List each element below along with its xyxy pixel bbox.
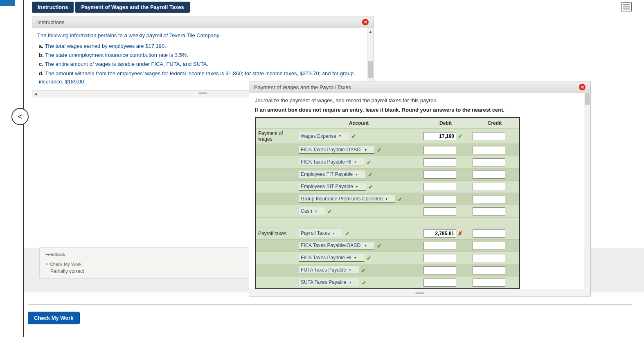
account-select[interactable]: FICA Taxes Payable-OASDI [299, 242, 374, 249]
prev-button[interactable]: < [11, 108, 29, 125]
x-icon: ✗ [458, 230, 463, 237]
instruction-item: c. The entire amount of wages is taxable… [39, 60, 369, 68]
credit-input[interactable] [473, 158, 505, 166]
debit-input[interactable] [423, 158, 456, 166]
check-icon: ✓ [377, 243, 382, 249]
debit-input[interactable] [423, 242, 456, 250]
check-icon: ✓ [367, 159, 372, 166]
table-row: Payroll taxesPayroll Taxes✓✗ [256, 227, 519, 239]
debit-input[interactable] [423, 146, 456, 154]
table-row: Payment of wagesWages Expense✓✓ [256, 128, 519, 144]
account-select[interactable]: FUTA Taxes Payable [299, 266, 359, 274]
check-icon: ✓ [362, 279, 367, 286]
credit-input[interactable] [473, 195, 505, 203]
account-select[interactable]: FICA Taxes Payable-OASDI [299, 146, 374, 154]
ledger-instruction-1: Journalize the payment of wages, and rec… [255, 97, 585, 103]
scrollbar-v[interactable]: ▲ [584, 93, 590, 289]
credit-input[interactable] [473, 266, 505, 274]
tab-payment[interactable]: Payment of Wages and the Payroll Taxes [75, 2, 189, 13]
account-select[interactable]: Cash [299, 207, 325, 215]
ledger-title: Payment of Wages and the Payroll Taxes [254, 84, 351, 90]
credit-input[interactable] [473, 146, 505, 154]
check-my-work-button[interactable]: Check My Work [28, 312, 80, 324]
table-row: SUTA Taxes Payable✓ [256, 276, 519, 288]
credit-input[interactable] [473, 207, 505, 216]
sidebar-rail [0, 0, 24, 337]
check-icon: ✓ [327, 208, 332, 215]
col-credit: Credit [470, 118, 519, 128]
instructions-title: Instructions [37, 19, 64, 25]
table-row: FUTA Taxes Payable✓ [256, 264, 519, 276]
account-select[interactable]: FICA Taxes Payable-HI [299, 158, 364, 166]
debit-input[interactable] [423, 183, 456, 191]
credit-input[interactable] [473, 242, 505, 250]
table-row: FICA Taxes Payable-HI✓ [256, 252, 519, 264]
check-icon: ✓ [398, 196, 403, 202]
check-icon: ✓ [345, 230, 350, 237]
table-row: Cash✓ [256, 205, 519, 217]
debit-input[interactable] [423, 279, 456, 287]
feedback-box: Feedback Check My Work Partially correct [39, 247, 252, 279]
table-row: FICA Taxes Payable-OASDI✓ [256, 239, 519, 252]
instruction-item: a. The total wages earned by employees a… [39, 42, 369, 50]
check-icon: ✓ [368, 184, 373, 190]
credit-input[interactable] [473, 229, 505, 238]
debit-input[interactable] [423, 266, 456, 274]
table-row: Group Insurance Premiums Collected✓ [256, 193, 519, 205]
table-row: FICA Taxes Payable-OASDI✓ [256, 144, 519, 156]
close-icon[interactable]: ✕ [362, 19, 369, 25]
check-icon: ✓ [351, 133, 356, 139]
ledger-table: Account Debit Credit Payment of wagesWag… [255, 117, 520, 289]
account-select[interactable]: FICA Taxes Payable-HI [299, 254, 364, 262]
col-debit: Debit [421, 118, 470, 128]
row-label: Payment of wages [256, 130, 297, 142]
credit-input[interactable] [473, 254, 505, 262]
credit-input[interactable] [473, 132, 505, 140]
rail-accent [0, 0, 15, 6]
account-select[interactable]: Employees SIT Payable [299, 183, 366, 191]
ledger-panel: Payment of Wages and the Payroll Taxes ✕… [249, 81, 591, 297]
row-label: Payroll taxes [256, 231, 297, 236]
account-select[interactable]: Payroll Taxes [299, 229, 342, 237]
divider [28, 304, 632, 305]
close-icon[interactable]: ✕ [579, 84, 585, 90]
account-select[interactable]: SUTA Taxes Payable [299, 279, 359, 286]
account-select[interactable]: Employees FIT Payable [299, 171, 365, 178]
drag-handle-icon[interactable] [198, 92, 207, 94]
table-row: FICA Taxes Payable-HI✓ [256, 156, 519, 168]
debit-input[interactable] [423, 132, 456, 140]
check-icon: ✓ [367, 255, 372, 261]
feedback-result: Partially correct [50, 268, 246, 274]
instruction-item: b. The state unemployment insurance cont… [39, 51, 369, 59]
table-row: Employees SIT Payable✓ [256, 180, 519, 193]
credit-input[interactable] [473, 279, 505, 287]
col-account: Account [297, 118, 421, 128]
check-icon: ✓ [361, 267, 366, 274]
scrollbar-h[interactable] [249, 290, 590, 296]
feedback-title: Feedback [45, 252, 246, 257]
table-row: Employees FIT Payable✓ [256, 168, 519, 180]
debit-input[interactable] [423, 195, 456, 203]
credit-input[interactable] [473, 183, 505, 191]
debit-input[interactable] [423, 207, 456, 216]
check-icon: ✓ [377, 147, 382, 153]
account-select[interactable]: Wages Expense [299, 133, 349, 140]
debit-input[interactable] [423, 254, 456, 262]
account-select[interactable]: Group Insurance Premiums Collected [299, 195, 395, 203]
drag-handle-icon[interactable] [415, 292, 424, 294]
instructions-intro: The following information pertains to a … [37, 31, 369, 40]
feedback-check-my-work[interactable]: Check My Work [45, 262, 246, 267]
tab-instructions[interactable]: Instructions [32, 2, 74, 13]
credit-input[interactable] [473, 171, 505, 179]
debit-input[interactable] [423, 171, 456, 179]
check-icon: ✓ [368, 171, 373, 178]
list-icon[interactable] [621, 2, 632, 11]
ledger-instruction-2: If an amount box does not require an ent… [255, 107, 585, 113]
check-icon: ✓ [458, 133, 463, 139]
debit-input[interactable] [423, 229, 456, 238]
